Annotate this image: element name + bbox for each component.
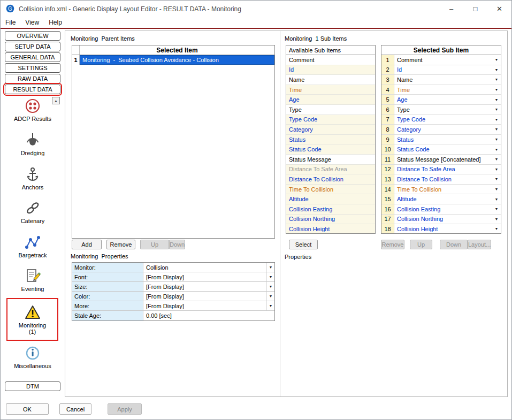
sidebar-item-monitoring[interactable]: Monitoring (1) bbox=[6, 298, 58, 341]
chevron-down-icon[interactable]: ▼ bbox=[492, 155, 501, 164]
available-sub-item[interactable]: Comment bbox=[286, 55, 375, 65]
apply-button[interactable]: Apply bbox=[108, 403, 142, 415]
available-sub-item[interactable]: Name bbox=[286, 75, 375, 85]
available-sub-item[interactable]: Age bbox=[286, 95, 375, 105]
chevron-down-icon[interactable]: ▼ bbox=[492, 174, 501, 184]
chevron-down-icon[interactable]: ▼ bbox=[266, 301, 274, 310]
minimize-button[interactable]: – bbox=[439, 1, 463, 17]
maximize-button[interactable]: □ bbox=[463, 1, 487, 17]
available-sub-item[interactable]: Distance To Collision bbox=[286, 174, 375, 185]
selected-sub-item-row[interactable]: 13 Distance To Collision ▼ bbox=[381, 174, 501, 185]
parent-item-selected[interactable]: Monitoring - Seabed Collision Avoidance … bbox=[80, 55, 274, 65]
sub-item-action-button[interactable]: Layout... bbox=[468, 240, 491, 249]
available-sub-item[interactable]: Category bbox=[286, 125, 375, 135]
parent-action-button[interactable]: Up bbox=[140, 240, 169, 249]
selected-sub-item-row[interactable]: 4 Time ▼ bbox=[381, 85, 501, 95]
property-value[interactable]: [From Display] bbox=[143, 301, 266, 310]
available-sub-item[interactable]: Id bbox=[286, 65, 375, 75]
available-sub-item[interactable]: Type Code bbox=[286, 115, 375, 125]
selected-sub-item-row[interactable]: 5 Age ▼ bbox=[381, 95, 501, 105]
menu-item[interactable]: File bbox=[1, 19, 20, 26]
sidebar-item-adcp-results[interactable]: ADCP Results bbox=[5, 98, 60, 122]
available-sub-item[interactable]: Type bbox=[286, 105, 375, 115]
menu-item[interactable]: View bbox=[20, 19, 44, 26]
chevron-down-icon[interactable]: ▼ bbox=[266, 263, 274, 272]
sidebar-item-catenary[interactable]: Catenary bbox=[5, 200, 60, 224]
sub-item-action-button[interactable]: Remove bbox=[381, 240, 404, 249]
menu-item[interactable]: Help bbox=[44, 19, 67, 26]
sub-item-action-button[interactable]: Up bbox=[410, 240, 432, 249]
selected-sub-item-row[interactable]: 1 Comment ▼ bbox=[381, 55, 501, 65]
selected-sub-item-row[interactable]: 11 Status Message [Concatenated] ▼ bbox=[381, 155, 501, 165]
sidebar-nav-item[interactable]: OVERVIEW bbox=[5, 31, 60, 41]
chevron-down-icon[interactable]: ▼ bbox=[492, 135, 501, 144]
chevron-down-icon[interactable]: ▼ bbox=[492, 105, 501, 114]
title-bar[interactable]: G Collision info.xml - Generic Display L… bbox=[1, 1, 511, 17]
chevron-down-icon[interactable]: ▼ bbox=[492, 144, 501, 154]
available-sub-item[interactable]: Collision Northing bbox=[286, 215, 375, 225]
available-sub-item[interactable]: Distance To Safe Area bbox=[286, 165, 375, 175]
chevron-down-icon[interactable]: ▼ bbox=[492, 224, 501, 234]
chevron-down-icon[interactable]: ▼ bbox=[266, 282, 274, 291]
chevron-down-icon[interactable]: ▼ bbox=[492, 85, 501, 95]
available-sub-item[interactable]: Altitude bbox=[286, 194, 375, 204]
parent-action-button[interactable]: Add bbox=[72, 240, 102, 249]
selected-sub-item-row[interactable]: 8 Category ▼ bbox=[381, 125, 501, 135]
chevron-down-icon[interactable]: ▼ bbox=[492, 165, 501, 174]
selected-sub-item-row[interactable]: 10 Status Code ▼ bbox=[381, 144, 501, 155]
selected-sub-item-row[interactable]: 6 Type ▼ bbox=[381, 105, 501, 115]
property-value[interactable]: [From Display] bbox=[143, 292, 266, 301]
ok-button[interactable]: OK bbox=[6, 403, 49, 415]
sidebar-item-miscellaneous[interactable]: Miscellaneous bbox=[5, 345, 60, 369]
chevron-down-icon[interactable]: ▼ bbox=[266, 272, 274, 281]
chevron-down-icon[interactable]: ▼ bbox=[492, 125, 501, 134]
available-sub-item[interactable]: Status Message bbox=[286, 155, 375, 165]
sidebar-item-bargetrack[interactable]: Bargetrack bbox=[5, 234, 60, 258]
close-button[interactable]: ✕ bbox=[487, 1, 511, 17]
selected-sub-item-row[interactable]: 16 Collision Easting ▼ bbox=[381, 204, 501, 215]
selected-sub-item-row[interactable]: 7 Type Code ▼ bbox=[381, 115, 501, 125]
sidebar-item-anchors[interactable]: Anchors bbox=[5, 166, 60, 190]
sidebar-nav-item[interactable]: SETTINGS bbox=[5, 63, 60, 73]
select-button[interactable]: Select bbox=[289, 240, 318, 249]
parent-action-button[interactable]: Down bbox=[169, 240, 185, 249]
available-sub-item[interactable]: Time bbox=[286, 85, 375, 95]
chevron-down-icon[interactable]: ▼ bbox=[492, 95, 501, 104]
chevron-down-icon[interactable]: ▼ bbox=[492, 215, 501, 224]
chevron-down-icon[interactable]: ▼ bbox=[492, 194, 501, 204]
chevron-down-icon[interactable]: ▼ bbox=[492, 75, 501, 85]
available-sub-item[interactable]: Collision Height bbox=[286, 224, 375, 234]
sidebar-item-dtm[interactable]: DTM bbox=[5, 381, 60, 391]
selected-sub-item-row[interactable]: 15 Altitude ▼ bbox=[381, 194, 501, 204]
property-value[interactable]: [From Display] bbox=[143, 272, 266, 281]
chevron-down-icon[interactable]: ▼ bbox=[492, 185, 501, 194]
property-value[interactable]: [From Display] bbox=[143, 282, 266, 291]
cancel-button[interactable]: Cancel bbox=[59, 403, 91, 415]
chevron-down-icon[interactable]: ▼ bbox=[492, 55, 501, 65]
sidebar-nav-item[interactable]: RAW DATA bbox=[5, 74, 60, 83]
selected-sub-item-row[interactable]: 17 Collision Northing ▼ bbox=[381, 215, 501, 225]
sidebar-nav-item[interactable]: SETUP DATA bbox=[5, 42, 60, 51]
sidebar-nav-item[interactable]: RESULT DATA bbox=[5, 85, 60, 94]
selected-sub-item-row[interactable]: 14 Time To Collision ▼ bbox=[381, 185, 501, 195]
parent-action-button[interactable]: Remove bbox=[106, 240, 135, 249]
chevron-down-icon[interactable]: ▼ bbox=[492, 65, 501, 75]
chevron-down-icon[interactable]: ▼ bbox=[266, 292, 274, 301]
selected-sub-item-row[interactable]: 18 Collision Height ▼ bbox=[381, 224, 501, 234]
selected-sub-item-row[interactable]: 9 Status ▼ bbox=[381, 135, 501, 145]
sub-item-action-button[interactable]: Down bbox=[440, 240, 468, 249]
selected-sub-item-row[interactable]: 2 Id ▼ bbox=[381, 65, 501, 75]
sidebar-item-eventing[interactable]: Eventing bbox=[5, 268, 60, 292]
property-value[interactable]: Collision bbox=[143, 263, 266, 272]
selected-sub-item-row[interactable]: 3 Name ▼ bbox=[381, 75, 501, 85]
parent-item-row[interactable]: 1 Monitoring - Seabed Collision Avoidanc… bbox=[72, 55, 274, 65]
available-sub-item[interactable]: Status bbox=[286, 135, 375, 145]
available-sub-item[interactable]: Status Code bbox=[286, 144, 375, 155]
sidebar-nav-item[interactable]: GENERAL DATA bbox=[5, 52, 60, 62]
chevron-down-icon[interactable]: ▼ bbox=[492, 204, 501, 214]
property-value[interactable]: 0.00 [sec] bbox=[143, 311, 274, 320]
chevron-down-icon[interactable]: ▼ bbox=[492, 115, 501, 125]
selected-sub-item-row[interactable]: 12 Distance To Safe Area ▼ bbox=[381, 165, 501, 175]
sidebar-item-dredging[interactable]: Dredging bbox=[5, 132, 60, 156]
available-sub-item[interactable]: Collision Easting bbox=[286, 204, 375, 215]
